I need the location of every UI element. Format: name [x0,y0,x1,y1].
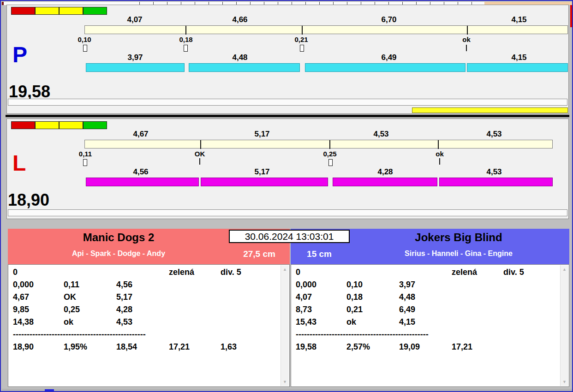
scroll-up-icon[interactable]: ▲ [281,266,289,273]
log-cell: 4,48 [399,292,415,302]
mark-label: 0,18 [172,36,200,43]
log-cell: 9,85 [13,305,29,315]
mark-box-icon [184,45,188,52]
scale-bar [84,140,553,148]
vertical-scrollbar[interactable]: ▲ ▼ [560,265,568,386]
log-cell: 4,67 [13,292,29,302]
right-edge-marker [570,5,573,27]
split-bar-segment [189,63,300,72]
mark-label: ok [426,150,454,158]
jump-height: 15 cm [296,249,342,259]
split-value-label: 6,49 [368,53,410,62]
log-separator-row: ----------------------------------------… [8,330,281,342]
lane-total: 18,90 [8,192,49,208]
log-cell: div. 5 [503,267,524,277]
scale-divider [200,140,201,149]
summary-cell: 17,21 [452,342,472,352]
log-cell: div. 5 [221,267,241,277]
status-light-red [11,7,35,15]
log-cell: 4,53 [116,317,132,327]
lane-progress-track [8,209,567,216]
log-row: 0 zelená div. 5 [291,267,561,280]
lane-p-panel: 4,07 4,66 6,70 4,15 0,10 0,18 0,21 ok 3,… [6,5,569,114]
scale-bar [84,25,568,34]
scale-value-label: 6,70 [368,15,410,24]
team-dogs: Api - Spark - Dodge - Andy [8,249,229,258]
log-cell: 0,11 [64,280,79,290]
log-cell: 0 [296,267,300,277]
split-value-label: 4,48 [219,53,261,62]
log-separator: ----------------------------------------… [13,330,146,339]
log-cell: 0,18 [346,292,363,302]
status-light-yellow-2 [59,121,83,129]
mark-box-icon [328,159,333,166]
log-summary-row: 18,90 1,95% 18,54 17,21 1,63 [8,342,281,355]
scale-value-label: 4,15 [498,15,540,24]
team-right-log: 0 zelená div. 5 0,000 0,10 3,97 4,07 0,1… [291,264,569,387]
top-left-marker [2,2,4,5]
summary-cell: 2,57% [346,342,370,352]
mark-box-icon [300,45,304,52]
log-cell: 0,10 [346,280,363,290]
log-cell: 8,73 [296,305,312,315]
log-row: 9,85 0,25 4,28 [8,305,281,317]
split-value-label: 4,15 [498,53,540,62]
split-bar-segment [467,63,568,72]
scale-divider [329,140,330,149]
status-light-green [83,121,107,129]
mark-box-icon [83,45,87,52]
log-row: 0,000 0,11 4,56 [8,280,281,292]
log-cell: 4,28 [116,305,132,315]
log-cell: 15,43 [296,317,316,327]
lane-label: L [12,152,26,174]
scale-divider [185,26,186,35]
mark-tick-icon [466,45,467,51]
scale-value-label: 4,67 [120,130,161,139]
summary-cell: 19,58 [296,342,316,352]
split-bar-segment [86,178,199,186]
log-summary-row: 19,58 2,57% 19,09 17,21 [291,342,561,355]
vertical-scrollbar[interactable]: ▲ ▼ [281,265,289,386]
mark-tick-icon [199,158,200,165]
lane-progress-track [8,99,567,106]
summary-cell: 1,63 [221,342,237,352]
timing-app-window: 4,07 4,66 6,70 4,15 0,10 0,18 0,21 ok 3,… [0,0,573,392]
scroll-down-icon[interactable]: ▼ [561,379,568,385]
split-bar-segment [333,178,437,186]
status-light-yellow-2 [59,7,83,15]
log-cell: 4,15 [399,317,415,327]
summary-cell: 1,95% [64,342,87,352]
summary-cell: 18,90 [13,342,34,352]
split-value-label: 4,53 [473,167,515,177]
log-separator-row: ----------------------------------------… [291,330,561,342]
log-row: 0,000 0,10 3,97 [291,280,561,292]
log-separator: ----------------------------------------… [296,330,429,339]
scale-divider [438,140,439,149]
status-light-yellow-1 [35,121,59,129]
scroll-down-icon[interactable]: ▼ [281,379,289,385]
split-bar-segment [201,178,328,186]
section-divider [6,115,569,117]
lane-total: 19,58 [9,83,50,100]
split-bar-segment [86,63,185,72]
team-name: Jokers Big Blind [348,231,569,244]
taskbar-item[interactable] [45,389,54,392]
log-body: 0 zelená div. 5 0,000 0,11 4,56 4,67 OK … [8,267,281,355]
status-light-red [11,121,35,129]
team-left-log: 0 zelená div. 5 0,000 0,11 4,56 4,67 OK … [8,264,290,387]
summary-cell: 17,21 [169,342,190,352]
log-cell: 3,97 [399,280,415,290]
scale-value-label: 4,07 [114,15,155,24]
scale-divider [302,26,303,35]
log-row: 15,43 ok 4,15 [291,317,561,330]
jump-height: 27,5 cm [232,249,287,259]
split-bar-segment [439,178,553,186]
log-cell: zelená [452,267,477,277]
scroll-up-icon[interactable]: ▲ [561,266,568,273]
status-light-green [83,7,107,15]
log-row: 4,07 0,18 4,48 [291,292,561,305]
log-cell: 6,49 [399,305,415,315]
log-row: 0 zelená div. 5 [8,267,281,280]
split-value-label: 4,56 [120,167,161,177]
log-cell: 4,07 [296,292,312,302]
